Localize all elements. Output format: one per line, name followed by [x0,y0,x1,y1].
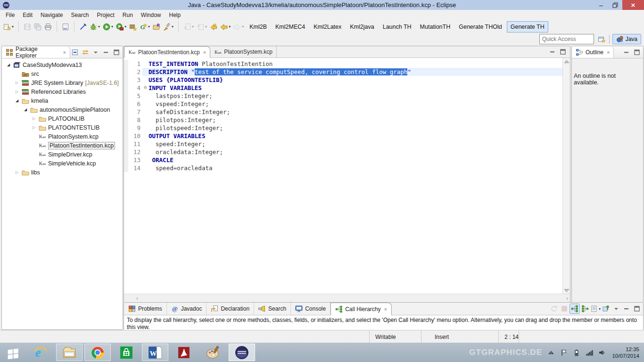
tree-item-casestudymodevva13[interactable]: ◢CaseStudyModevva13 [2,60,123,69]
taskbar-app-adobe-reader[interactable] [169,343,198,362]
code-line[interactable]: 9 pilotspeed:Integer; [124,124,563,132]
bottom-tab-console[interactable]: Console [291,303,330,315]
dropdown-arrow-icon[interactable]: ▾ [205,25,207,29]
search-brush-button[interactable]: ▾ [162,21,174,32]
taskbar-app-chrome[interactable] [84,344,111,361]
code-line[interactable]: 4⊖INPUT VARIABLES [124,84,563,92]
menu-navigate[interactable]: Navigate [37,10,67,20]
tree-item-autonomoussimpleplatoon[interactable]: ◢autonomousSimplePlatoon [2,105,123,114]
taskbar-app-paint[interactable] [198,343,228,362]
network-button[interactable] [585,348,594,357]
toolbar-button-kml2mec4[interactable]: Kml2MEC4 [272,21,309,33]
tree-item-platoontestlib[interactable]: ▷PLATOONTESTLIB [2,123,123,132]
close-icon[interactable]: × [63,49,66,55]
dropdown-arrow-icon[interactable]: ▾ [111,25,113,29]
package-explorer-view-tab[interactable]: Package Explorer × [2,46,70,58]
new-java-package-button[interactable] [128,21,138,32]
scroll-right-icon[interactable]: › [566,295,568,302]
dropdown-arrow-icon[interactable]: ▾ [98,25,100,29]
back-button[interactable]: ▾ [219,21,231,32]
toolbar-button-kml2java[interactable]: Kml2java [346,21,378,33]
code-line[interactable]: 3USES {PLATOONTESTLIB} [124,76,563,84]
flag-button[interactable] [559,348,569,357]
new-java-class-button[interactable]: G▾ [139,21,151,32]
scroll-down-icon[interactable] [563,287,570,294]
minimize-button[interactable] [622,48,631,57]
code-line[interactable]: 14 speed=oracledata [124,164,563,172]
close-icon[interactable]: × [607,49,610,55]
fold-collapse-icon[interactable]: ⊖ [142,84,149,92]
menu-run[interactable]: Run [119,10,137,20]
dropdown-arrow-icon[interactable]: ▾ [192,25,194,29]
run-button[interactable]: ▾ [102,21,114,32]
taskbar-app-windows-store[interactable] [112,343,141,362]
expand-arrow-icon[interactable]: ▷ [14,170,20,174]
collapse-arrow-icon[interactable]: ◢ [14,99,20,103]
expand-arrow-icon[interactable]: ▷ [31,116,37,121]
tree-item-platoonlib[interactable]: ▷PLATOONLIB [2,114,123,123]
bottom-tab-search[interactable]: Search [254,303,291,315]
last-edit-location-button[interactable] [209,21,218,32]
binary-file-button[interactable]: 010 [61,21,70,32]
code-line[interactable]: 5 lastpos:Integer; [124,92,563,100]
editor-tab-platoonsystem-kcp[interactable]: KmlPlatoonSystem.kcp [210,46,277,58]
dropdown-arrow-icon[interactable]: ▾ [12,25,14,29]
tree-item-libs[interactable]: ▷libs [2,168,123,177]
bottom-tab-javadoc[interactable]: @Javadoc [167,303,207,315]
view-menu-button[interactable] [611,304,621,313]
menu-edit[interactable]: Edit [19,10,37,20]
dropdown-arrow-icon[interactable]: ▾ [172,25,173,29]
toolbar-button-generate-th[interactable]: Generate TH [507,21,548,33]
menu-search[interactable]: Search [67,10,93,20]
taskbar-clock[interactable]: 12:35 10/07/2014 [612,346,639,359]
minimize-button[interactable] [548,47,557,57]
dropdown-arrow-icon[interactable]: ▾ [242,25,244,29]
outline-view-tab[interactable]: Outline × [572,46,614,58]
code-editor[interactable]: 1TEST_INTENTION PlatoonTestIntention2DES… [124,58,563,294]
open-perspective-button[interactable] [597,34,606,44]
code-line[interactable]: 10OUTPUT VARIABLES [124,132,563,140]
volume-button[interactable] [597,348,607,357]
dropdown-arrow-icon[interactable]: ▾ [599,307,601,311]
collapse-arrow-icon[interactable]: ◢ [23,107,28,112]
collapse-all-button[interactable] [70,48,80,57]
print-button[interactable] [43,21,53,32]
editor-horizontal-scrollbar[interactable]: ‹ › [124,294,570,302]
toolbar-button-kml2latex[interactable]: Kml2Latex [310,21,345,33]
code-line[interactable]: 6 vspeed:Integer; [124,100,563,108]
tree-item-src[interactable]: src [2,69,123,78]
code-line[interactable]: 13 ORACLE [124,156,563,164]
toolbar-button-launch-th[interactable]: Launch TH [379,21,415,33]
code-line[interactable]: 7 safeDistance:Integer; [124,108,563,116]
expand-arrow-icon[interactable]: ▷ [14,90,20,94]
tree-item-jre-system-library[interactable]: ▷JRE System Library [JavaSE-1.6] [2,78,123,87]
annotation-pen-button[interactable] [78,21,88,32]
code-line[interactable]: 2DESCRIPTION "test of the service comput… [124,68,563,76]
debug-button[interactable]: ▾ [89,21,101,32]
bottom-tab-call-hierarchy[interactable]: Call Hierarchy× [330,303,392,315]
expand-arrow-icon[interactable]: ▷ [14,81,20,85]
menu-file[interactable]: File [2,10,19,20]
maximize-button[interactable] [112,48,121,57]
taskbar-app-file-explorer[interactable] [56,344,83,361]
tree-item-platoonsystem-kcp[interactable]: KmlPlatoonSystem.kcp [2,132,123,141]
code-line[interactable]: 11 speed:Integer; [124,140,563,148]
maximize-button[interactable] [558,47,568,57]
history-list-button[interactable]: ▾ [591,304,600,313]
restore-button[interactable] [608,0,622,10]
maximize-button[interactable] [632,304,642,313]
scroll-left-icon[interactable]: ‹ [136,295,138,302]
menu-window[interactable]: Window [137,10,165,20]
hidden-icons-arrow-button[interactable] [546,348,556,357]
minimize-button[interactable] [101,48,111,57]
taskbar-app-internet-explorer[interactable]: e [26,343,55,362]
expand-arrow-icon[interactable]: ▷ [31,125,37,130]
tree-item-referenced-libraries[interactable]: ▷Referenced Libraries [2,87,123,96]
taskbar-app-eclipse[interactable] [229,344,255,361]
quick-access-input[interactable] [539,34,594,44]
java-perspective-button[interactable]: J Java [612,34,641,44]
dropdown-arrow-icon[interactable]: ▾ [148,25,150,29]
open-type-button[interactable] [152,21,161,32]
tree-item-platoontestintention-kcp[interactable]: KmlPlatoonTestIntention.kcp [2,141,123,150]
code-line[interactable]: 12 oracledata:Integer; [124,148,563,156]
